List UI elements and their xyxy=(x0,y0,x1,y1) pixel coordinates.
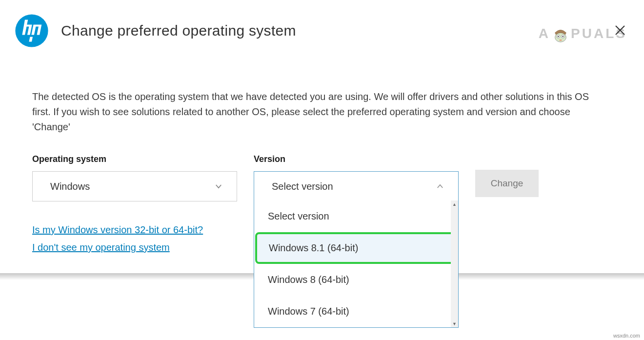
scroll-down-icon[interactable]: ▼ xyxy=(451,320,458,327)
scroll-up-icon[interactable]: ▲ xyxy=(451,200,458,208)
version-select-value: Select version xyxy=(272,181,333,192)
svg-point-4 xyxy=(558,36,559,37)
os-select[interactable]: Windows xyxy=(32,171,237,201)
svg-point-6 xyxy=(559,40,562,41)
footer-domain: wsxdn.com xyxy=(613,333,640,339)
hp-logo-icon xyxy=(15,14,49,48)
watermark-logo: A PUALS xyxy=(539,24,627,43)
description-text: The detected OS is the operating system … xyxy=(32,89,608,135)
dropdown-scrollbar[interactable]: ▲ ▼ xyxy=(451,200,458,327)
chevron-down-icon xyxy=(214,182,223,191)
os-label: Operating system xyxy=(32,154,237,164)
link-bit-version[interactable]: Is my Windows version 32-bit or 64-bit? xyxy=(32,221,237,239)
close-icon[interactable] xyxy=(615,23,625,39)
mascot-icon xyxy=(551,24,570,43)
svg-point-5 xyxy=(563,36,564,37)
version-option-select[interactable]: Select version xyxy=(254,200,458,232)
link-os-not-listed[interactable]: I don't see my operating system xyxy=(32,239,237,256)
version-label: Version xyxy=(254,154,459,164)
chevron-up-icon xyxy=(436,182,444,191)
version-dropdown: Select version Windows 8.1 (64-bit) Wind… xyxy=(254,200,459,328)
svg-point-0 xyxy=(15,14,48,47)
version-option-win7[interactable]: Windows 7 (64-bit) xyxy=(254,296,458,327)
page-title: Change preferred operating system xyxy=(61,22,296,39)
version-option-win8[interactable]: Windows 8 (64-bit) xyxy=(254,264,458,296)
version-option-win81[interactable]: Windows 8.1 (64-bit) xyxy=(255,232,457,264)
os-select-value: Windows xyxy=(50,181,90,192)
version-select[interactable]: Select version xyxy=(254,171,459,201)
change-button[interactable]: Change xyxy=(475,170,539,197)
